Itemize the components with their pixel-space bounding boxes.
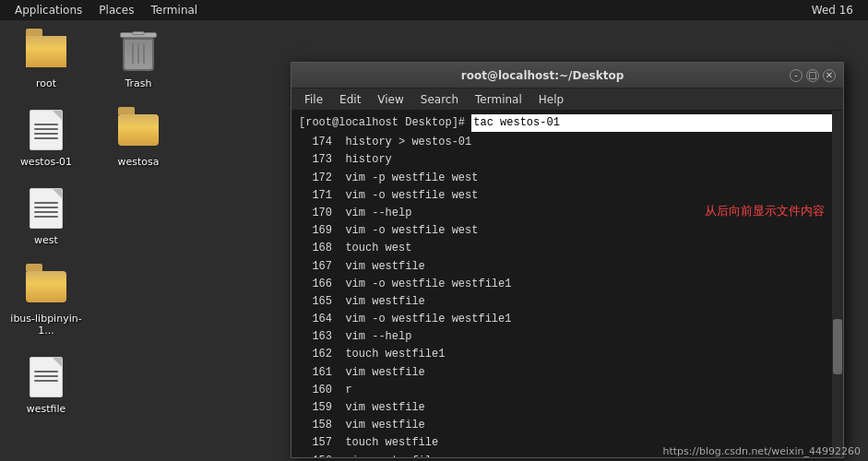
history-line: 165 vim westfile xyxy=(299,293,836,311)
close-button[interactable]: ✕ xyxy=(823,69,836,82)
history-line: 169 vim -o westfile west xyxy=(299,222,836,240)
terminal-title: root@localhost:~/Desktop xyxy=(299,69,786,82)
doc-icon-westos01 xyxy=(24,108,68,152)
command-display[interactable]: tac westos-01 xyxy=(471,114,836,132)
desktop-icon-trash[interactable]: Trash xyxy=(101,30,175,89)
scrollbar-thumb[interactable] xyxy=(833,319,842,374)
doc-icon-west xyxy=(24,186,68,230)
menu-view[interactable]: View xyxy=(370,91,410,108)
icon-label-west: west xyxy=(34,234,58,246)
places-menu[interactable]: Places xyxy=(91,2,141,18)
folder-icon-ibus xyxy=(24,265,68,309)
menu-search[interactable]: Search xyxy=(413,91,466,108)
history-line: 168 touch west xyxy=(299,240,836,257)
desktop-icon-westfile[interactable]: westfile xyxy=(9,355,83,415)
applications-menu[interactable]: Applications xyxy=(7,2,89,18)
history-container: 174 history > westos-01 173 history 172 … xyxy=(299,134,836,457)
top-menubar: Applications Places Terminal Wed 16 xyxy=(0,0,868,20)
desktop: root westos-01 xyxy=(0,20,868,461)
menu-help[interactable]: Help xyxy=(531,91,571,108)
history-line: 161 vim westfile xyxy=(299,364,836,382)
history-line: 158 vim westfile xyxy=(299,417,836,434)
desktop-icon-area: root westos-01 xyxy=(0,20,184,461)
history-line: 166 vim -o westfile westfile1 xyxy=(299,276,836,293)
folder-icon-westosa xyxy=(116,108,161,152)
icon-label-westos01: westos-01 xyxy=(20,156,72,168)
doc-icon-westfile xyxy=(24,355,68,399)
annotation-text: 从后向前显示文件内容 xyxy=(705,203,825,222)
trash-icon xyxy=(116,30,161,74)
terminal-body: [root@localhost Desktop]# tac westos-01 … xyxy=(291,111,843,457)
desktop-icon-ibus[interactable]: ibus-libpinyin-1... xyxy=(9,265,83,337)
terminal-menubar: File Edit View Search Terminal Help xyxy=(291,89,843,111)
icon-label-trash: Trash xyxy=(125,77,151,89)
desktop-icon-west[interactable]: west xyxy=(9,186,83,246)
icon-label-ibus: ibus-libpinyin-1... xyxy=(9,313,83,337)
menu-edit[interactable]: Edit xyxy=(332,91,368,108)
menu-terminal[interactable]: Terminal xyxy=(468,91,529,108)
history-line: 173 history xyxy=(299,151,836,169)
icon-label-westfile: westfile xyxy=(27,403,66,415)
history-line: 167 vim westfile xyxy=(299,258,836,276)
watermark: https://blog.csdn.net/weixin_44992260 xyxy=(662,445,861,457)
minimize-button[interactable]: - xyxy=(790,69,803,82)
history-line: 163 vim --help xyxy=(299,328,836,346)
desktop-icon-westosa[interactable]: westosa xyxy=(101,108,175,168)
icon-label-westosa: westosa xyxy=(117,156,159,168)
terminal-titlebar: root@localhost:~/Desktop - □ ✕ xyxy=(291,63,843,89)
terminal-window: root@localhost:~/Desktop - □ ✕ File Edit… xyxy=(291,62,844,458)
maximize-button[interactable]: □ xyxy=(806,69,819,82)
clock: Wed 16 xyxy=(804,2,861,18)
history-line: 172 vim -p westfile west xyxy=(299,170,836,187)
desktop-icon-westos01[interactable]: westos-01 xyxy=(9,108,83,168)
terminal-menu[interactable]: Terminal xyxy=(143,2,205,18)
history-line: 159 vim westfile xyxy=(299,399,836,417)
desktop-icon-root[interactable]: root xyxy=(9,30,83,89)
menu-file[interactable]: File xyxy=(297,91,330,108)
prompt-text: [root@localhost Desktop]# xyxy=(299,114,465,132)
icon-label-root: root xyxy=(36,77,56,89)
folder-icon-root xyxy=(24,30,68,74)
history-line: 160 r xyxy=(299,382,836,399)
history-line: 162 touch westfile1 xyxy=(299,346,836,363)
history-line: 164 vim -o westfile westfile1 xyxy=(299,311,836,328)
prompt-line: [root@localhost Desktop]# tac westos-01 xyxy=(299,114,836,132)
history-line: 174 history > westos-01 xyxy=(299,134,836,151)
scrollbar[interactable] xyxy=(832,111,843,457)
